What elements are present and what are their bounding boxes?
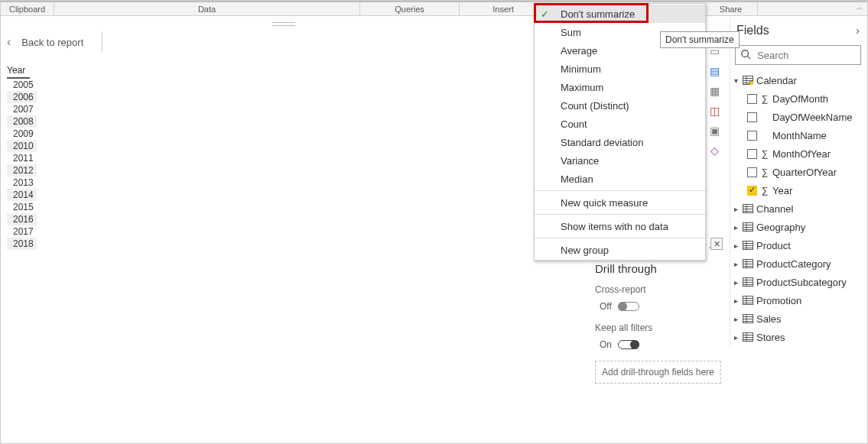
drill-through-dropzone[interactable]: Add drill-through fields here <box>595 361 721 384</box>
keep-filters-toggle[interactable]: On <box>595 339 721 350</box>
ribbon-group-row: Clipboard Data Queries Insert Share ︿ <box>1 1 867 16</box>
viz-icon[interactable]: ▦ <box>708 85 720 97</box>
table-icon <box>743 277 753 287</box>
fields-search-input[interactable] <box>735 45 861 65</box>
menu-item-new-group[interactable]: New group <box>535 241 705 259</box>
menu-item-don-t-summarize[interactable]: ✓Don't summarize <box>535 5 705 23</box>
cross-report-toggle[interactable]: Off <box>595 301 721 312</box>
field-label: DayOfMonth <box>772 93 828 105</box>
table-node-stores[interactable]: ▸Stores <box>730 328 866 346</box>
ribbon-group-clipboard[interactable]: Clipboard <box>1 2 54 15</box>
table-icon <box>743 204 753 213</box>
table-node-geography[interactable]: ▸Geography <box>730 218 866 236</box>
cross-report-label: Cross-report <box>595 284 721 295</box>
table-row[interactable]: 2013 <box>7 177 37 189</box>
table-node-promotion[interactable]: ▸Promotion <box>730 291 866 310</box>
keep-filters-label: Keep all filters <box>595 322 721 333</box>
table-node-channel[interactable]: ▸Channel <box>730 199 866 218</box>
search-icon <box>740 49 751 62</box>
table-row[interactable]: 2009 <box>7 128 37 140</box>
field-label: QuarterOfYear <box>772 167 837 178</box>
data-table[interactable]: Year 20052006200720082009201020112012201… <box>7 65 37 250</box>
table-row[interactable]: 2005 <box>7 79 37 91</box>
table-row[interactable]: 2008 <box>7 115 37 128</box>
ribbon-group-share[interactable]: Share <box>704 2 758 15</box>
ribbon-group-data[interactable]: Data <box>54 2 360 15</box>
table-node-product[interactable]: ▸Product <box>730 236 866 254</box>
table-row[interactable]: 2007 <box>7 103 37 115</box>
field-checkbox[interactable] <box>747 167 757 177</box>
svg-point-7 <box>749 81 753 85</box>
menu-item-maximum[interactable]: Maximum <box>535 78 705 96</box>
menu-item-label: Show items with no data <box>561 221 668 232</box>
menu-item-median[interactable]: Median <box>535 170 705 188</box>
column-header-year[interactable]: Year <box>7 65 30 79</box>
menu-item-label: Don't summarize <box>561 8 635 20</box>
search-field[interactable] <box>756 49 868 62</box>
table-node-calendar[interactable]: ▾Calendar <box>730 71 866 89</box>
drill-through-title: Drill through <box>595 262 721 275</box>
table-node-productcategory[interactable]: ▸ProductCategory <box>730 254 866 273</box>
table-node-sales[interactable]: ▸Sales <box>730 310 866 328</box>
field-checkbox[interactable] <box>747 94 757 104</box>
remove-field-button[interactable]: ✕ <box>710 238 723 250</box>
back-to-report-link[interactable]: ‹ Back to report <box>7 31 102 53</box>
table-row[interactable]: 2016 <box>7 213 37 225</box>
drag-handle-icon[interactable] <box>272 22 295 26</box>
table-node-productsubcategory[interactable]: ▸ProductSubcategory <box>730 273 866 291</box>
field-node-monthname[interactable]: MonthName <box>730 126 866 144</box>
menu-item-count[interactable]: Count <box>535 115 705 133</box>
table-label: ProductSubcategory <box>756 277 847 288</box>
collapse-panel-chevron-icon[interactable]: › <box>856 24 860 37</box>
viz-icon[interactable]: ◇ <box>708 144 720 157</box>
table-row[interactable]: 2012 <box>7 164 37 177</box>
field-checkbox[interactable] <box>747 112 757 122</box>
tooltip: Don't summarize <box>660 31 740 48</box>
menu-item-label: Sum <box>561 27 581 38</box>
menu-separator <box>535 238 705 238</box>
caret-right-icon: ▸ <box>732 205 740 213</box>
table-row[interactable]: 2006 <box>7 91 37 103</box>
field-node-monthofyear[interactable]: ∑MonthOfYear <box>730 144 866 163</box>
table-row[interactable]: 2018 <box>7 238 37 250</box>
menu-item-minimum[interactable]: Minimum <box>535 60 705 78</box>
viz-icon[interactable]: ◫ <box>708 105 720 117</box>
table-row[interactable]: 2015 <box>7 201 37 213</box>
viz-icon[interactable]: ▤ <box>708 65 720 77</box>
sigma-icon: ∑ <box>760 93 769 104</box>
field-checkbox[interactable] <box>747 149 757 159</box>
field-node-year[interactable]: ∑Year <box>730 181 866 199</box>
field-checkbox[interactable] <box>747 186 757 196</box>
table-icon <box>743 76 753 85</box>
svg-point-0 <box>742 50 749 57</box>
ribbon-collapse-chevron-icon[interactable]: ︿ <box>856 2 863 13</box>
table-row[interactable]: 2010 <box>7 140 37 152</box>
menu-separator <box>535 190 705 191</box>
table-icon <box>743 222 753 232</box>
table-label: Channel <box>756 203 793 215</box>
viz-icon[interactable]: ▣ <box>708 125 720 137</box>
menu-item-label: Variance <box>561 155 599 167</box>
table-icon <box>743 241 753 250</box>
caret-down-icon: ▾ <box>732 76 740 85</box>
table-row[interactable]: 2017 <box>7 225 37 238</box>
caret-right-icon: ▸ <box>732 315 740 323</box>
table-row[interactable]: 2011 <box>7 152 37 164</box>
field-node-dayofmonth[interactable]: ∑DayOfMonth <box>730 89 866 108</box>
table-row[interactable]: 2014 <box>7 189 37 201</box>
menu-item-variance[interactable]: Variance <box>535 151 705 170</box>
menu-item-show-items-with-no-data[interactable]: Show items with no data <box>535 217 705 235</box>
menu-item-count-distinct-[interactable]: Count (Distinct) <box>535 96 705 115</box>
field-label: MonthOfYear <box>772 148 831 160</box>
field-node-dayofweekname[interactable]: DayOfWeekName <box>730 108 866 126</box>
field-checkbox[interactable] <box>747 131 757 141</box>
menu-item-new-quick-measure[interactable]: New quick measure <box>535 193 705 212</box>
menu-item-standard-deviation[interactable]: Standard deviation <box>535 133 705 151</box>
field-node-quarterofyear[interactable]: ∑QuarterOfYear <box>730 163 866 181</box>
menu-item-label: Average <box>561 45 597 57</box>
menu-item-label: Standard deviation <box>561 137 643 148</box>
checkmark-icon: ✓ <box>541 8 549 20</box>
fields-panel: Fields › ▾Calendar∑DayOfMonthDayOfWeekNa… <box>730 18 866 346</box>
caret-right-icon: ▸ <box>732 241 740 250</box>
ribbon-group-queries[interactable]: Queries <box>360 2 460 15</box>
